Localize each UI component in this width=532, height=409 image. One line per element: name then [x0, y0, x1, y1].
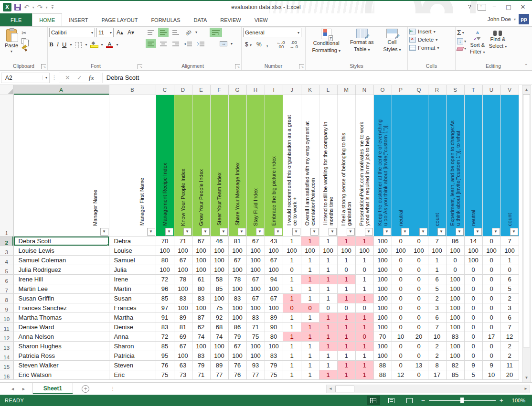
cell-L2[interactable]: 1: [319, 236, 337, 246]
header-cell-T1[interactable]: neutral▼: [464, 95, 482, 236]
scroll-down-icon[interactable]: ▼: [522, 374, 531, 382]
cell-L5[interactable]: 1: [319, 265, 337, 274]
row-header-4[interactable]: 4: [0, 255, 13, 265]
cell-C4[interactable]: 80: [156, 255, 174, 265]
cell-K12[interactable]: 1: [301, 332, 319, 341]
cell-P16[interactable]: 12: [392, 370, 410, 379]
vertical-scrollbar[interactable]: ▲ ▼: [522, 85, 531, 382]
orientation-dropdown-icon[interactable]: ▾: [195, 30, 197, 34]
row-header-15[interactable]: 15: [0, 360, 13, 370]
cell-P7[interactable]: 0: [392, 284, 410, 293]
cell-S11[interactable]: 100: [446, 322, 464, 332]
cell-E8[interactable]: 83: [192, 293, 210, 303]
fill-color-dropdown-icon[interactable]: ▾: [101, 43, 103, 47]
tab-file[interactable]: FILE: [0, 13, 32, 26]
cell-styles-button[interactable]: Cell Styles ▾: [380, 28, 405, 54]
cell-F4[interactable]: 100: [210, 255, 228, 265]
cell-T4[interactable]: 100: [464, 255, 482, 265]
cell-N16[interactable]: 1: [355, 370, 373, 379]
cell-N8[interactable]: 1: [355, 293, 373, 303]
increase-decimal-button[interactable]: ←.0.00: [277, 40, 285, 49]
filter-button-I[interactable]: ▼: [274, 228, 282, 236]
cell-K16[interactable]: 1: [301, 370, 319, 379]
cell-B3[interactable]: Louise: [109, 246, 156, 255]
cell-H10[interactable]: 83: [246, 312, 265, 322]
cell-L7[interactable]: 1: [319, 284, 337, 293]
filter-button-D[interactable]: ▼: [183, 228, 192, 236]
cell-R15[interactable]: 8: [428, 360, 446, 370]
cell-E16[interactable]: 71: [192, 370, 210, 379]
cell-T15[interactable]: 9: [464, 360, 482, 370]
cell-E2[interactable]: 67: [192, 236, 210, 246]
cell-I14[interactable]: 83: [265, 351, 283, 360]
cell-B10[interactable]: Martha: [109, 312, 156, 322]
cell-S14[interactable]: 100: [446, 351, 464, 360]
cell-S13[interactable]: 100: [446, 341, 464, 351]
cell-B13[interactable]: Sharon: [109, 341, 156, 351]
cell-I11[interactable]: 90: [265, 322, 283, 332]
column-header-H[interactable]: H: [246, 85, 265, 95]
cell-Q11[interactable]: 0: [410, 322, 428, 332]
cell-N2[interactable]: 1: [355, 236, 373, 246]
cell-S12[interactable]: 83: [446, 332, 464, 341]
cell-H5[interactable]: 100: [246, 265, 265, 274]
column-header-E[interactable]: E: [192, 85, 210, 95]
cell-G16[interactable]: 76: [228, 370, 246, 379]
tab-page-layout[interactable]: PAGE LAYOUT: [95, 13, 144, 26]
cell-L4[interactable]: 1: [319, 255, 337, 265]
cell-E6[interactable]: 61: [192, 274, 210, 284]
cell-L8[interactable]: 1: [319, 293, 337, 303]
cell-O2[interactable]: 100: [373, 236, 392, 246]
column-header-M[interactable]: M: [337, 85, 355, 95]
cell-V10[interactable]: 6: [500, 312, 519, 322]
row-header-11[interactable]: 11: [0, 322, 13, 332]
cell-S3[interactable]: 100: [446, 246, 464, 255]
cell-J4[interactable]: 1: [283, 255, 301, 265]
cell-T5[interactable]: 0: [464, 265, 482, 274]
cell-E7[interactable]: 80: [192, 284, 210, 293]
cell-R7[interactable]: 5: [428, 284, 446, 293]
cell-F8[interactable]: 100: [210, 293, 228, 303]
cell-F6[interactable]: 58: [210, 274, 228, 284]
cell-B8[interactable]: Susan: [109, 293, 156, 303]
header-cell-O1[interactable]: Keep the customer at the centre of every…: [373, 95, 392, 236]
cell-N10[interactable]: 1: [355, 312, 373, 322]
formula-bar-divider[interactable]: ⋮: [52, 75, 57, 81]
close-button[interactable]: ✕: [517, 2, 529, 12]
user-dropdown-icon[interactable]: ▾: [514, 17, 516, 22]
cell-V9[interactable]: 3: [500, 303, 519, 312]
alignment-dialog-launcher-icon[interactable]: ↘: [235, 64, 240, 69]
cell-K9[interactable]: 0: [301, 303, 319, 312]
zoom-slider[interactable]: − +: [421, 397, 503, 404]
cell-I8[interactable]: 67: [265, 293, 283, 303]
cell-U11[interactable]: 0: [482, 322, 500, 332]
cell-Q9[interactable]: 0: [410, 303, 428, 312]
cell-D10[interactable]: 89: [174, 312, 192, 322]
cell-D13[interactable]: 67: [174, 341, 192, 351]
cell-H15[interactable]: 93: [246, 360, 265, 370]
cell-K6[interactable]: 1: [301, 274, 319, 284]
horizontal-scrollbar[interactable]: ◄ ►: [326, 385, 530, 393]
cell-S5[interactable]: 0: [446, 265, 464, 274]
cell-Q10[interactable]: 0: [410, 312, 428, 322]
cell-I7[interactable]: 100: [265, 284, 283, 293]
filter-button-A[interactable]: ▼: [100, 228, 108, 236]
cell-O12[interactable]: 70: [373, 332, 392, 341]
cell-A3[interactable]: Louise Lewis: [13, 246, 109, 255]
cell-G9[interactable]: 100: [228, 303, 246, 312]
cell-N3[interactable]: 100: [355, 246, 373, 255]
number-dialog-launcher-icon[interactable]: ↘: [299, 64, 304, 69]
cell-R5[interactable]: 1: [428, 265, 446, 274]
cell-T14[interactable]: 0: [464, 351, 482, 360]
cell-Q12[interactable]: 20: [410, 332, 428, 341]
filter-button-G[interactable]: ▼: [238, 228, 246, 236]
cell-D5[interactable]: 100: [174, 265, 192, 274]
column-header-C[interactable]: C: [156, 85, 174, 95]
cell-S15[interactable]: 82: [446, 360, 464, 370]
cell-C2[interactable]: 70: [156, 236, 174, 246]
cell-C10[interactable]: 91: [156, 312, 174, 322]
cell-T2[interactable]: 14: [464, 236, 482, 246]
cell-Q16[interactable]: 0: [410, 370, 428, 379]
cell-G12[interactable]: 79: [228, 332, 246, 341]
column-header-K[interactable]: K: [301, 85, 319, 95]
